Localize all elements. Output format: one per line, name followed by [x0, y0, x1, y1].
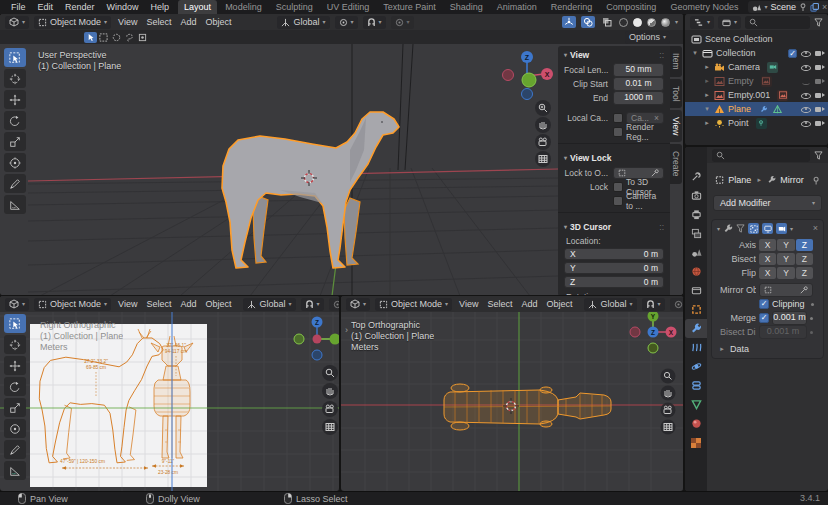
- menu-render[interactable]: Render: [60, 2, 100, 12]
- clip-end-field[interactable]: 1000 m: [613, 91, 664, 105]
- bisect-y-button[interactable]: Y: [777, 253, 794, 265]
- camera-view-button[interactable]: [535, 134, 551, 150]
- add-modifier-button[interactable]: Add Modifier ▾: [713, 195, 822, 211]
- tab-output[interactable]: [685, 205, 707, 224]
- select-mode-box-button[interactable]: [97, 32, 110, 43]
- cursor-panel-header[interactable]: ▾3D Cursor::: [558, 218, 670, 234]
- bisect-x-button[interactable]: X: [759, 253, 776, 265]
- decorator-dot[interactable]: [810, 317, 813, 320]
- select-mode-lasso-button[interactable]: [123, 32, 136, 43]
- eyedropper-icon[interactable]: [800, 286, 808, 294]
- tab-object-data[interactable]: [685, 395, 707, 414]
- outliner-row-empty[interactable]: ▸ Empty: [685, 74, 828, 88]
- gizmo-x-neg-axis[interactable]: [630, 327, 640, 337]
- deer-top-view-wireframe[interactable]: [444, 384, 611, 430]
- menu-add[interactable]: Add: [178, 17, 198, 27]
- hide-viewport-icon[interactable]: [800, 118, 811, 129]
- camera-to-view-checkbox[interactable]: [613, 196, 623, 206]
- new-scene-icon[interactable]: [810, 3, 819, 12]
- shading-wireframe-button[interactable]: [619, 18, 628, 27]
- tool-measure[interactable]: [4, 195, 26, 214]
- cursor-y-field[interactable]: Y0 m: [564, 262, 664, 274]
- editor-type-button[interactable]: ▾: [5, 16, 29, 29]
- hide-viewport-icon[interactable]: [800, 76, 811, 87]
- tool-cursor[interactable]: [4, 335, 26, 354]
- tab-object[interactable]: [685, 300, 707, 319]
- tool-select-box[interactable]: [4, 314, 26, 333]
- editor-type-button[interactable]: ▾: [5, 298, 29, 311]
- outliner-row-empty-001[interactable]: ▸ Empty.001: [685, 88, 828, 102]
- snapping-selector[interactable]: ▾: [642, 298, 665, 311]
- local-camera-checkbox[interactable]: [613, 113, 623, 123]
- n-panel-tab-tool[interactable]: Tool: [670, 79, 682, 109]
- light-data-icon[interactable]: [756, 118, 767, 129]
- menu-help[interactable]: Help: [146, 2, 175, 12]
- mirror-modifier-icon[interactable]: [772, 104, 783, 115]
- transform-orientation-selector[interactable]: Global▾: [243, 298, 295, 311]
- breadcrumb-object[interactable]: Plane: [728, 175, 751, 185]
- workspace-tab-rendering[interactable]: Rendering: [545, 0, 599, 14]
- snapping-selector[interactable]: ▾: [301, 298, 324, 311]
- tab-collection[interactable]: [685, 281, 707, 300]
- tab-modifiers[interactable]: [685, 319, 707, 338]
- tool-rotate[interactable]: [4, 111, 26, 130]
- tool-annotate[interactable]: [4, 440, 26, 459]
- gizmo-y-axis[interactable]: [330, 334, 341, 345]
- gizmo-y-axis[interactable]: [522, 73, 536, 87]
- collection-checkbox[interactable]: [788, 49, 797, 58]
- tool-measure[interactable]: [4, 461, 26, 480]
- menu-file[interactable]: File: [6, 2, 31, 12]
- gizmo-x-neg-axis[interactable]: [503, 70, 514, 81]
- hide-viewport-icon[interactable]: [800, 90, 811, 101]
- outliner-row-point[interactable]: ▸ Point: [685, 116, 828, 130]
- mode-selector[interactable]: Object Mode▾: [375, 298, 452, 311]
- select-mode-paint-button[interactable]: [136, 32, 149, 43]
- expand-icon[interactable]: ▾: [691, 49, 699, 57]
- image-data-icon[interactable]: [761, 76, 772, 87]
- lock-3d-cursor-checkbox[interactable]: [613, 182, 623, 192]
- menu-select[interactable]: Select: [144, 17, 173, 27]
- bisect-distance-field[interactable]: 0.001 m: [759, 325, 807, 339]
- menu-object[interactable]: Object: [203, 299, 233, 309]
- pan-button[interactable]: [322, 383, 338, 399]
- outliner-row-camera[interactable]: ▸ Camera: [685, 60, 828, 74]
- options-dropdown[interactable]: Options ▾: [625, 31, 670, 44]
- grid-ortho-button[interactable]: [322, 419, 338, 435]
- disable-render-icon[interactable]: [814, 62, 825, 73]
- merge-field[interactable]: 0.001 m: [772, 311, 807, 325]
- tool-move[interactable]: [4, 90, 26, 109]
- render-region-checkbox[interactable]: [613, 127, 623, 137]
- gizmo-y-neg-axis[interactable]: [648, 343, 658, 353]
- expand-icon[interactable]: ▾: [717, 226, 720, 232]
- show-overlays-toggle[interactable]: [581, 16, 595, 28]
- flip-x-button[interactable]: X: [759, 267, 776, 279]
- display-realtime-toggle[interactable]: [762, 223, 773, 234]
- outliner-search[interactable]: [745, 16, 810, 29]
- outliner-row-collection[interactable]: ▾ Collection: [685, 46, 828, 60]
- tool-select-box[interactable]: [4, 48, 26, 67]
- tool-annotate[interactable]: [4, 174, 26, 193]
- n-panel-tab-item[interactable]: Item: [670, 46, 682, 77]
- xray-toggle[interactable]: [600, 16, 614, 28]
- gizmo-x-axis[interactable]: [313, 335, 322, 344]
- tool-transform[interactable]: [4, 153, 26, 172]
- tool-cursor[interactable]: [4, 69, 26, 88]
- zoom-button[interactable]: [322, 365, 338, 381]
- display-render-toggle[interactable]: [776, 223, 787, 234]
- pivot-point-selector[interactable]: ▾: [335, 16, 358, 29]
- disable-render-icon[interactable]: [814, 118, 825, 129]
- mirror-object-field[interactable]: [759, 283, 813, 297]
- menu-object[interactable]: Object: [544, 299, 574, 309]
- camera-data-icon[interactable]: [767, 62, 778, 73]
- shading-material-button[interactable]: [647, 18, 656, 27]
- properties-search[interactable]: [712, 149, 810, 162]
- display-editmode-toggle[interactable]: [748, 223, 759, 234]
- proportional-editing-selector[interactable]: ▾: [391, 16, 414, 29]
- workspace-tab-geometry-nodes[interactable]: Geometry Nodes: [664, 0, 744, 14]
- editor-type-button[interactable]: ▾: [346, 298, 370, 311]
- disable-render-icon[interactable]: [814, 48, 825, 59]
- menu-add[interactable]: Add: [519, 299, 539, 309]
- decorator-dot[interactable]: [810, 331, 813, 334]
- filter-icon[interactable]: [814, 151, 823, 160]
- expand-icon[interactable]: ▸: [703, 63, 711, 71]
